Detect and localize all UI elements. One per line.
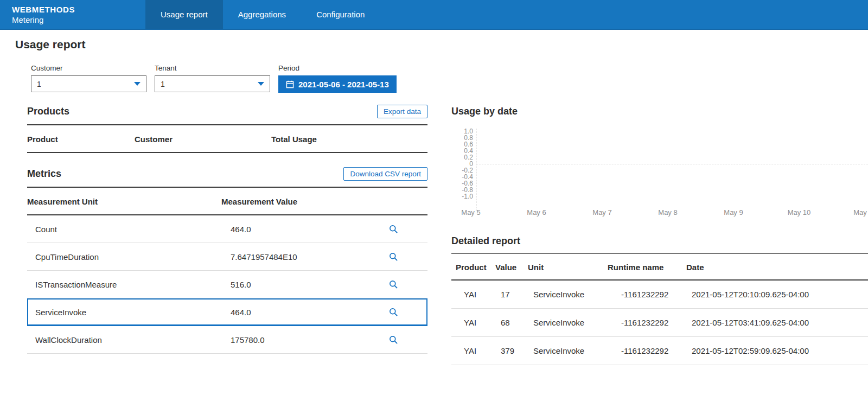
- detailed-report-header: Detailed report: [451, 235, 868, 254]
- detailed-report-title: Detailed report: [451, 235, 520, 246]
- period-field: Period 2021-05-06 - 2021-05-13: [278, 64, 397, 93]
- detail-value: 68: [495, 318, 528, 327]
- detail-unit: ServiceInvoke: [528, 318, 608, 327]
- zero-gridline: [476, 164, 868, 164]
- detail-date: 2021-05-12T02:59:09.625-04:00: [686, 346, 868, 355]
- y-axis-line: [476, 129, 477, 211]
- products-table-header: Product Customer Total Usage: [27, 125, 427, 153]
- detail-value: 17: [495, 290, 528, 299]
- period-date-range-button[interactable]: 2021-05-06 - 2021-05-13: [278, 75, 397, 93]
- detail-product: YAI: [456, 318, 495, 327]
- metric-unit: WallClockDuration: [27, 335, 221, 345]
- metrics-col-measurement-unit: Measurement Unit: [27, 197, 221, 206]
- page-title: Usage report: [15, 38, 868, 51]
- metric-unit: CpuTimeDuration: [27, 252, 221, 262]
- metric-value: 175780.0: [221, 335, 373, 345]
- nav-tabs: Usage report Aggregations Configuration: [145, 0, 380, 29]
- search-icon[interactable]: [373, 252, 427, 262]
- nav-tab-label: Configuration: [316, 10, 365, 19]
- customer-label: Customer: [31, 64, 146, 72]
- detail-runtime-name: -1161232292: [608, 346, 686, 355]
- detailed-col-date: Date: [686, 263, 868, 272]
- x-axis-tick-label: May 5: [461, 208, 480, 216]
- x-axis-tick-label: May 10: [788, 208, 811, 216]
- x-axis-tick-label: May 11: [853, 208, 868, 216]
- metric-row[interactable]: CpuTimeDuration 7.6471957484E10: [27, 243, 427, 271]
- app-window: WEBMETHODS Metering Usage report Aggrega…: [0, 0, 868, 395]
- detail-value: 379: [495, 346, 528, 355]
- nav-tab-label: Usage report: [161, 10, 208, 19]
- products-section-header: Products Export data: [27, 105, 427, 125]
- detailed-table-header: Product Value Unit Runtime name Date: [451, 254, 868, 281]
- export-data-button[interactable]: Export data: [377, 105, 427, 118]
- right-panel: Usage by date 1.00.80.60.40.20-0.2-0.4-0…: [451, 105, 868, 365]
- products-col-customer: Customer: [135, 135, 271, 144]
- metrics-section-header: Metrics Download CSV report: [27, 167, 427, 188]
- chevron-down-icon: [134, 82, 141, 86]
- tenant-label: Tenant: [155, 64, 270, 72]
- detailed-report-section: Detailed report Product Value Unit Runti…: [451, 235, 868, 365]
- products-col-total-usage: Total Usage: [271, 135, 427, 144]
- metric-row[interactable]: Count 464.0: [27, 215, 427, 243]
- products-title: Products: [27, 106, 69, 117]
- detail-product: YAI: [456, 346, 495, 355]
- nav-tab-label: Aggregations: [238, 10, 286, 19]
- metric-row[interactable]: ISTransactionMeasure 516.0: [27, 271, 427, 298]
- products-col-product: Product: [27, 135, 135, 144]
- nav-tab[interactable]: Usage report: [145, 0, 223, 29]
- filter-bar: Customer 1 Tenant 1 Period 2021-05-06 - …: [31, 64, 868, 93]
- detailed-table-body: YAI 17 ServiceInvoke -1161232292 2021-05…: [451, 281, 868, 365]
- metrics-table-body: Count 464.0 CpuTimeDuration 7.6471957484…: [27, 215, 427, 354]
- customer-field: Customer 1: [31, 64, 146, 93]
- left-panel: Products Export data Product Customer To…: [27, 105, 427, 365]
- detail-date: 2021-05-12T20:10:09.625-04:00: [686, 290, 868, 299]
- customer-select-value: 1: [37, 80, 41, 88]
- metric-value: 516.0: [221, 280, 373, 289]
- search-icon[interactable]: [373, 308, 427, 317]
- nav-tab[interactable]: Configuration: [301, 0, 380, 29]
- detailed-col-runtime-name: Runtime name: [608, 263, 686, 272]
- main-content: Products Export data Product Customer To…: [0, 105, 868, 365]
- tenant-select-value: 1: [161, 80, 165, 88]
- customer-select[interactable]: 1: [31, 75, 146, 92]
- detail-unit: ServiceInvoke: [528, 290, 608, 299]
- brand-line1: WEBMETHODS: [12, 4, 145, 15]
- period-label: Period: [278, 64, 397, 72]
- search-icon[interactable]: [373, 280, 427, 289]
- detailed-col-value: Value: [495, 263, 528, 272]
- search-icon[interactable]: [373, 335, 427, 345]
- download-csv-report-button[interactable]: Download CSV report: [343, 167, 427, 181]
- calendar-icon: [286, 80, 294, 88]
- period-value: 2021-05-06 - 2021-05-13: [298, 80, 389, 89]
- metrics-col-measurement-value: Measurement Value: [221, 197, 427, 206]
- x-axis-tick-label: May 7: [592, 208, 611, 216]
- top-nav-bar: WEBMETHODS Metering Usage report Aggrega…: [0, 0, 868, 30]
- metrics-section: Metrics Download CSV report Measurement …: [27, 167, 427, 354]
- search-icon[interactable]: [373, 225, 427, 234]
- detail-unit: ServiceInvoke: [528, 346, 608, 355]
- detail-product: YAI: [456, 290, 495, 299]
- metric-unit: Count: [27, 225, 221, 234]
- brand-logo: WEBMETHODS Metering: [0, 0, 145, 29]
- detail-date: 2021-05-12T03:41:09.625-04:00: [686, 318, 868, 327]
- tenant-select[interactable]: 1: [155, 75, 270, 92]
- detail-runtime-name: -1161232292: [608, 318, 686, 327]
- table-row: YAI 17 ServiceInvoke -1161232292 2021-05…: [451, 281, 868, 309]
- x-axis-tick-label: May 9: [724, 208, 743, 216]
- metrics-title: Metrics: [27, 168, 61, 180]
- table-row: YAI 379 ServiceInvoke -1161232292 2021-0…: [451, 337, 868, 365]
- metric-value: 464.0: [221, 308, 373, 317]
- nav-tab[interactable]: Aggregations: [223, 0, 301, 29]
- metric-row[interactable]: WallClockDuration 175780.0: [27, 326, 427, 354]
- table-row: YAI 68 ServiceInvoke -1161232292 2021-05…: [451, 309, 868, 337]
- tenant-field: Tenant 1: [155, 64, 270, 93]
- detailed-col-product: Product: [456, 263, 495, 272]
- metric-row[interactable]: ServiceInvoke 464.0: [27, 298, 427, 326]
- metric-unit: ServiceInvoke: [27, 308, 221, 317]
- detail-runtime-name: -1161232292: [608, 290, 686, 299]
- metrics-table-header: Measurement Unit Measurement Value: [27, 188, 427, 215]
- y-axis-tick-label: -1.0: [451, 193, 473, 200]
- x-axis-tick-label: May 8: [658, 208, 677, 216]
- chevron-down-icon: [258, 82, 264, 86]
- metric-value: 464.0: [221, 225, 373, 234]
